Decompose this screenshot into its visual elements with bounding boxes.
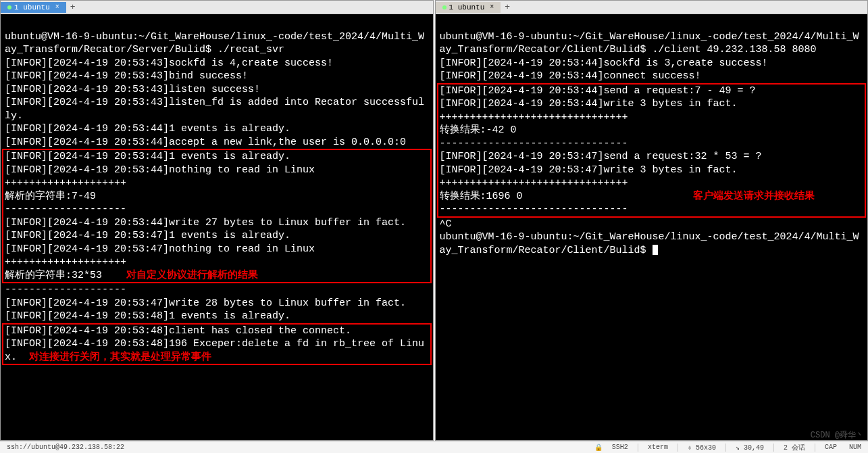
terminal-line: [INFOR][2024-4-19 20:53:44]nothing to re… xyxy=(5,164,315,176)
left-tab-label: 1 ubuntu xyxy=(14,3,50,11)
terminal-line: 转换结果:-42 0 xyxy=(440,124,517,136)
terminal-line: [INFOR][2024-4-19 20:53:47]write 28 byte… xyxy=(5,297,406,309)
left-prompt: ubuntu@VM-16-9-ubuntu:~/Git_WareHouse/li… xyxy=(5,31,424,56)
right-pane: 1 ubuntu × + ubuntu@VM-16-9-ubuntu:~/Git… xyxy=(435,0,869,441)
terminal-line: [INFOR][2024-4-19 20:53:43]sockfd is 4,c… xyxy=(5,57,333,69)
terminal-line: ++++++++++++++++++++ xyxy=(5,256,126,268)
terminal-line: ------------------------------- xyxy=(440,138,628,149)
terminal-line: -------------------- xyxy=(5,284,126,295)
terminal-line: -------------------- xyxy=(5,204,126,215)
close-icon[interactable]: × xyxy=(53,3,59,11)
status-connection: ssh://ubuntu@49.232.138.58:22 xyxy=(4,444,127,451)
terminal-line: [INFOR][2024-4-19 20:53:44]1 events is a… xyxy=(5,151,290,162)
close-icon[interactable]: × xyxy=(487,3,494,11)
terminal-line: [INFOR][2024-4-19 20:53:43]listen succes… xyxy=(5,84,260,95)
terminal-line: +++++++++++++++++++++++++++++++ xyxy=(440,112,628,123)
terminal-line: [INFOR][2024-4-19 20:53:44]1 events is a… xyxy=(5,123,290,135)
right-tab[interactable]: 1 ubuntu × xyxy=(436,2,501,13)
right-tabbar: 1 ubuntu × + xyxy=(436,1,868,14)
terminal-line: +++++++++++++++++++++++++++++++ xyxy=(440,177,628,189)
terminal-line: ++++++++++++++++++++ xyxy=(5,177,126,189)
left-tab[interactable]: 1 ubuntu × xyxy=(1,2,66,13)
terminal-line: [INFOR][2024-4-19 20:53:44]accept a new … xyxy=(5,137,406,148)
status-dot-icon xyxy=(7,5,11,9)
status-term: xterm xyxy=(645,444,671,451)
terminal-line: 转换结果:1696 0 xyxy=(440,191,523,202)
cursor-icon xyxy=(653,245,658,255)
status-size: ⇳ 56x30 xyxy=(685,444,719,452)
right-prompt: ubuntu@VM-16-9-ubuntu:~/Git_WareHouse/li… xyxy=(440,31,859,56)
terminal-line: [INFOR][2024-4-19 20:53:44]connect succe… xyxy=(440,70,701,82)
status-cap: CAP xyxy=(822,444,840,451)
lock-icon: 🔒 xyxy=(594,444,603,452)
terminal-line: [INFOR][2024-4-19 20:53:43]listen_fd is … xyxy=(5,97,424,122)
left-pane: 1 ubuntu × + ubuntu@VM-16-9-ubuntu:~/Git… xyxy=(0,0,434,441)
terminal-line: [INFOR][2024-4-19 20:53:47]1 events is a… xyxy=(5,230,290,241)
terminal-line: ------------------------------- xyxy=(440,204,628,215)
terminal-line: ^C xyxy=(440,218,452,230)
right-prompt2: ubuntu@VM-16-9-ubuntu:~/Git_WareHouse/li… xyxy=(440,231,859,256)
left-parse-box: [INFOR][2024-4-19 20:53:44]1 events is a… xyxy=(2,149,432,283)
terminal-line: [INFOR][2024-4-19 20:53:44]sockfd is 3,c… xyxy=(440,57,768,69)
left-close-box: [INFOR][2024-4-19 20:53:48]client has cl… xyxy=(2,323,432,366)
terminal-line: 解析的字符串:7-49 xyxy=(5,191,96,202)
right-request-box: [INFOR][2024-4-19 20:53:44]send a reques… xyxy=(437,83,867,218)
terminal-line: [INFOR][2024-4-19 20:53:48]1 events is a… xyxy=(5,310,290,322)
terminal-line: [INFOR][2024-4-19 20:53:47]send a reques… xyxy=(440,151,762,162)
right-terminal[interactable]: ubuntu@VM-16-9-ubuntu:~/Git_WareHouse/li… xyxy=(436,14,868,440)
add-tab-button[interactable]: + xyxy=(501,2,514,12)
close-annotation: 对连接进行关闭，其实就是处理异常事件 xyxy=(29,352,211,363)
terminal-line: [INFOR][2024-4-19 20:53:48]client has cl… xyxy=(5,325,351,337)
left-tabbar: 1 ubuntu × + xyxy=(1,1,433,14)
terminal-line: [INFOR][2024-4-19 20:53:43]bind success! xyxy=(5,70,248,82)
terminal-line: [INFOR][2024-4-19 20:53:47]write 3 bytes… xyxy=(440,164,738,176)
right-tab-label: 1 ubuntu xyxy=(449,3,485,11)
status-pos: ↘ 30,49 xyxy=(733,444,767,452)
parse-annotation: 对自定义协议进行解析的结果 xyxy=(126,270,258,281)
client-annotation: 客户端发送请求并接收结果 xyxy=(693,191,815,202)
terminal-line: [INFOR][2024-4-19 20:53:44]write 27 byte… xyxy=(5,217,406,229)
terminal-line: 解析的字符串:32*53 xyxy=(5,270,102,281)
add-tab-button[interactable]: + xyxy=(66,2,80,12)
status-num: NUM xyxy=(846,444,864,451)
left-terminal[interactable]: ubuntu@VM-16-9-ubuntu:~/Git_WareHouse/li… xyxy=(1,14,433,440)
status-sessions: 2 会话 xyxy=(781,443,808,452)
status-dot-icon xyxy=(442,5,446,9)
statusbar: ssh://ubuntu@49.232.138.58:22 🔒 SSH2 xte… xyxy=(0,441,868,453)
terminal-line: [INFOR][2024-4-19 20:53:44]write 3 bytes… xyxy=(440,98,738,110)
watermark: CSDN @舜华丶 xyxy=(811,429,864,441)
status-ssh: SSH2 xyxy=(609,444,631,451)
terminal-line: [INFOR][2024-4-19 20:53:44]send a reques… xyxy=(440,85,756,97)
terminal-line: [INFOR][2024-4-19 20:53:47]nothing to re… xyxy=(5,243,315,255)
